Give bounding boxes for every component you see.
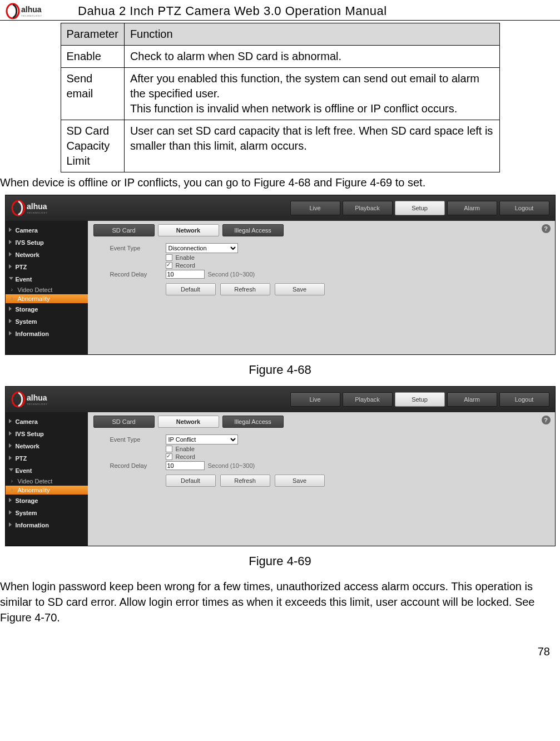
dahua-logo-small: alhua TECHNOLOGY <box>11 199 67 217</box>
th-function: Function <box>124 23 499 46</box>
topnav-setup[interactable]: Setup <box>395 201 445 215</box>
sidebar-sub-abnormality[interactable]: Abnormality <box>6 486 88 495</box>
label-event-type: Event Type <box>110 436 166 443</box>
outro-text: When login password keep been wrong for … <box>0 576 560 629</box>
button-default[interactable]: Default <box>166 283 216 295</box>
subtab-illegalaccess[interactable]: Illegal Access <box>222 224 284 236</box>
hint-record-delay: Second (10~300) <box>208 271 255 278</box>
sidebar-item-camera[interactable]: Camera <box>6 416 88 428</box>
subtab-network[interactable]: Network <box>158 224 219 236</box>
svg-text:alhua: alhua <box>27 393 47 402</box>
sidebar-item-ptz[interactable]: PTZ <box>6 261 88 273</box>
topnav-playback[interactable]: Playback <box>343 392 393 407</box>
sidebar-sub-abnormality[interactable]: Abnormality <box>6 294 88 303</box>
sidebar-item-information[interactable]: Information <box>6 328 88 340</box>
parameter-table: Parameter Function Enable Check to alarm… <box>61 23 500 172</box>
td-param-enable: Enable <box>61 46 124 68</box>
subtab-sdcard[interactable]: SD Card <box>93 416 155 428</box>
caption-fig-4-68: Figure 4-68 <box>0 355 560 385</box>
button-save[interactable]: Save <box>275 283 325 295</box>
dahua-logo-small: alhua TECHNOLOGY <box>11 391 67 408</box>
svg-text:alhua: alhua <box>21 5 42 14</box>
label-record-delay: Record Delay <box>110 271 166 278</box>
screenshot-fig-4-68: alhua TECHNOLOGY Live Playback Setup Ala… <box>5 195 556 355</box>
screenshot-fig-4-69: alhua TECHNOLOGY Live Playback Setup Ala… <box>5 386 556 546</box>
svg-text:TECHNOLOGY: TECHNOLOGY <box>27 211 48 214</box>
doc-title: Dahua 2 Inch PTZ Camera Web 3.0 Operatio… <box>78 4 387 18</box>
topnav-live[interactable]: Live <box>290 392 340 407</box>
checkbox-enable[interactable] <box>166 254 172 261</box>
sidebar-sub-videodetect[interactable]: Video Detect <box>6 477 88 486</box>
doc-header: alhua TECHNOLOGY Dahua 2 Inch PTZ Camera… <box>0 0 560 21</box>
topnav-playback[interactable]: Playback <box>343 201 393 215</box>
checkbox-record[interactable] <box>166 453 172 460</box>
topnav-live[interactable]: Live <box>290 201 340 215</box>
input-record-delay[interactable] <box>166 461 205 470</box>
sidebar-item-information[interactable]: Information <box>6 519 88 531</box>
button-save[interactable]: Save <box>275 475 325 487</box>
sidebar-item-ivs[interactable]: IVS Setup <box>6 236 88 249</box>
td-func-enable: Check to alarm when SD card is abnormal. <box>124 46 499 68</box>
sidebar-item-system[interactable]: System <box>6 315 88 328</box>
sidebar: Camera IVS Setup Network PTZ Event Video… <box>6 221 88 354</box>
svg-text:alhua: alhua <box>27 202 47 211</box>
svg-text:TECHNOLOGY: TECHNOLOGY <box>21 14 42 17</box>
td-func-sdlimit: User can set SD card capacity that is le… <box>124 120 499 172</box>
page-number: 78 <box>0 629 560 664</box>
sidebar-item-camera[interactable]: Camera <box>6 224 88 236</box>
sidebar-item-storage[interactable]: Storage <box>6 495 88 507</box>
label-enable: Enable <box>176 254 195 261</box>
label-enable: Enable <box>176 446 195 452</box>
subtab-network[interactable]: Network <box>158 416 219 428</box>
sidebar-item-event[interactable]: Event <box>6 465 88 477</box>
topnav-alarm[interactable]: Alarm <box>447 201 497 215</box>
sidebar: Camera IVS Setup Network PTZ Event Video… <box>6 412 88 546</box>
label-record: Record <box>176 453 195 460</box>
td-param-sdlimit: SD Card Capacity Limit <box>61 120 124 172</box>
button-default[interactable]: Default <box>166 475 216 487</box>
input-record-delay[interactable] <box>166 270 205 279</box>
sidebar-item-ptz[interactable]: PTZ <box>6 452 88 465</box>
label-record-delay: Record Delay <box>110 462 166 469</box>
button-refresh[interactable]: Refresh <box>220 283 270 295</box>
sidebar-item-storage[interactable]: Storage <box>6 303 88 315</box>
checkbox-enable[interactable] <box>166 446 172 452</box>
sidebar-item-system[interactable]: System <box>6 507 88 519</box>
select-event-type[interactable]: IP Conflict <box>166 434 238 444</box>
topnav-setup[interactable]: Setup <box>395 392 445 407</box>
topnav-logout[interactable]: Logout <box>499 201 549 215</box>
th-parameter: Parameter <box>61 23 124 46</box>
sidebar-item-network[interactable]: Network <box>6 249 88 261</box>
sidebar-sub-videodetect[interactable]: Video Detect <box>6 285 88 294</box>
subtab-illegalaccess[interactable]: Illegal Access <box>222 416 284 428</box>
sidebar-item-ivs[interactable]: IVS Setup <box>6 428 88 440</box>
caption-fig-4-69: Figure 4-69 <box>0 546 560 576</box>
label-event-type: Event Type <box>110 245 166 251</box>
subtab-sdcard[interactable]: SD Card <box>93 224 155 236</box>
td-func-sendemail: After you enabled this function, the sys… <box>124 68 499 120</box>
checkbox-record[interactable] <box>166 262 172 269</box>
button-refresh[interactable]: Refresh <box>220 475 270 487</box>
hint-record-delay: Second (10~300) <box>208 462 255 469</box>
topnav-alarm[interactable]: Alarm <box>447 392 497 407</box>
topnav-logout[interactable]: Logout <box>499 392 549 407</box>
svg-text:TECHNOLOGY: TECHNOLOGY <box>27 403 48 406</box>
help-icon[interactable]: ? <box>542 224 551 233</box>
select-event-type[interactable]: Disconnection <box>166 243 238 253</box>
dahua-logo: alhua TECHNOLOGY <box>6 2 61 20</box>
sidebar-item-network[interactable]: Network <box>6 440 88 452</box>
label-record: Record <box>176 262 195 269</box>
intro-text: When device is offline or IP conflicts, … <box>0 172 560 194</box>
help-icon[interactable]: ? <box>542 416 551 424</box>
sidebar-item-event[interactable]: Event <box>6 273 88 285</box>
td-param-sendemail: Send email <box>61 68 124 120</box>
